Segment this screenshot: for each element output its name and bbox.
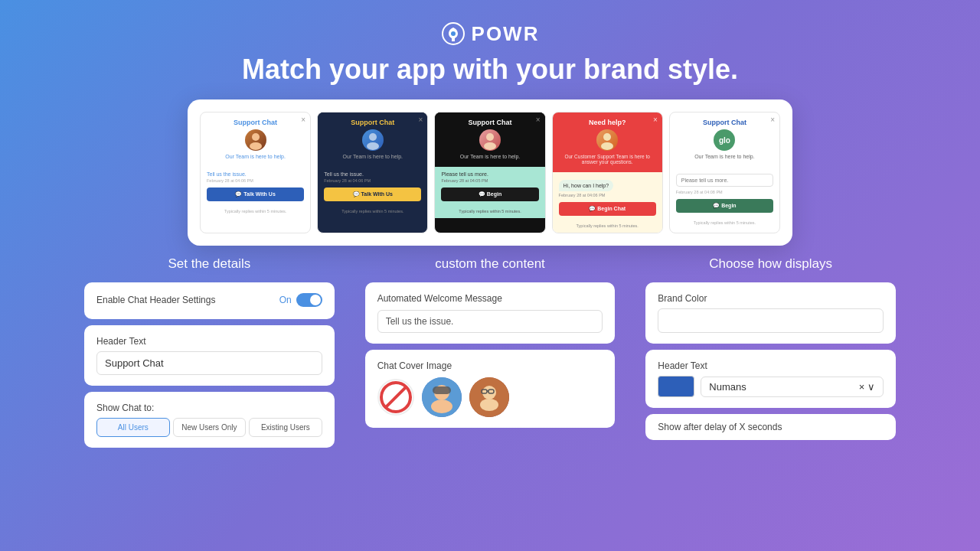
show-chat-label: Show Chat to: <box>96 403 322 413</box>
radio-new-users[interactable]: New Users Only <box>173 418 247 437</box>
delay-panel: Show after delay of X seconds <box>645 414 896 440</box>
card5-button[interactable]: 💬 Begin <box>676 199 773 213</box>
page-header: POWR Match your app with your brand styl… <box>0 0 980 99</box>
card4-header: × Need help? Our Customer Support Team i… <box>553 112 662 172</box>
chat-preview-card-3: × Support Chat Our Team is here to help.… <box>434 112 545 233</box>
show-chat-panel: Show Chat to: All Users New Users Only E… <box>84 392 335 448</box>
enable-header-label: Enable Chat Header Settings <box>96 295 215 305</box>
chat-previews: × Support Chat Our Team is here to help.… <box>188 99 792 246</box>
card4-message: Hi, how can I help? <box>559 180 614 191</box>
card2-close[interactable]: × <box>419 116 423 124</box>
card2-time: February 28 at 04:06 PM <box>324 178 421 183</box>
card3-avatar <box>479 129 501 151</box>
welcome-message-panel: Automated Welcome Message <box>365 282 616 344</box>
card5-avatar: glo <box>714 129 735 151</box>
no-avatar-option[interactable] <box>377 379 414 416</box>
card3-message: Please tell us more. <box>441 171 538 177</box>
card3-title: Support Chat <box>441 119 538 126</box>
card5-close[interactable]: × <box>770 116 775 124</box>
svg-point-8 <box>603 133 611 141</box>
header-text-label: Header Text <box>96 336 322 347</box>
card2-footer: Typically replies within 5 minutes. <box>318 209 427 218</box>
card5-body: February 28 at 04:08 PM 💬 Begin <box>670 167 779 220</box>
chat-preview-card-5: × Support Chat glo Our Team is here to h… <box>669 112 780 233</box>
card5-title: Support Chat <box>676 119 773 126</box>
svg-rect-13 <box>433 386 451 394</box>
brand-color-input[interactable] <box>658 308 884 333</box>
card3-footer: Typically replies within 5 minutes. <box>435 209 544 218</box>
right-header-text-label: Header Text <box>658 360 884 371</box>
svg-point-5 <box>367 142 379 150</box>
card3-time: February 28 at 04:05 PM <box>441 178 538 183</box>
powr-logo-icon <box>441 21 466 46</box>
card5-subtitle: Our Team is here to help. <box>676 154 773 159</box>
card2-button[interactable]: 💬 Talk With Us <box>324 187 421 201</box>
card3-subtitle: Our Team is here to help. <box>441 154 538 159</box>
card1-button[interactable]: 💬 Talk With Us <box>207 187 304 201</box>
card4-button[interactable]: 💬 Begin Chat <box>559 202 656 216</box>
card4-close[interactable]: × <box>653 116 658 124</box>
radio-all-users[interactable]: All Users <box>96 418 170 437</box>
svg-point-12 <box>431 399 452 413</box>
card1-subtitle: Our Team is here to help. <box>207 154 304 159</box>
card4-time: February 28 at 04:06 PM <box>559 193 656 197</box>
card5-header: × Support Chat glo Our Team is here to h… <box>670 112 779 167</box>
header-text-input[interactable] <box>96 351 322 375</box>
enable-header-toggle[interactable] <box>296 293 322 307</box>
chat-preview-card-2: × Support Chat Our Team is here to help.… <box>317 112 428 233</box>
svg-point-4 <box>369 133 377 141</box>
previews-section: × Support Chat Our Team is here to help.… <box>0 99 980 246</box>
delay-label: Show after delay of X seconds <box>658 422 782 432</box>
card5-input[interactable] <box>676 174 773 187</box>
card4-footer: Typically replies within 5 minutes. <box>553 223 662 233</box>
right-column: Choose how displays Brand Color Header T… <box>630 256 911 454</box>
card2-subtitle: Our Team is here to help. <box>324 154 421 159</box>
chat-preview-card-1: × Support Chat Our Team is here to help.… <box>200 112 311 233</box>
brand-color-panel: Brand Color <box>645 282 896 344</box>
middle-col-title: custom the content <box>365 256 616 272</box>
card3-close[interactable]: × <box>536 116 541 124</box>
bottom-section: Set the details Enable Chat Header Setti… <box>69 256 911 454</box>
right-header-text-panel: Header Text Numans × ∨ <box>645 350 896 408</box>
card4-subtitle: Our Customer Support Team is here to ans… <box>559 154 656 165</box>
chat-preview-card-4: × Need help? Our Customer Support Team i… <box>552 112 663 233</box>
card1-message: Tell us the issue. <box>207 171 304 177</box>
card3-button[interactable]: 💬 Begin <box>441 187 538 201</box>
card1-avatar <box>245 129 266 151</box>
avatar-option-2[interactable] <box>469 377 509 417</box>
font-select-dropdown[interactable]: Numans × ∨ <box>701 377 884 397</box>
card5-time: February 28 at 04:08 PM <box>676 190 773 194</box>
svg-point-6 <box>486 133 494 141</box>
font-dropdown-icon: × ∨ <box>859 381 875 393</box>
card2-avatar <box>362 129 384 151</box>
avatar-option-1[interactable] <box>422 377 462 417</box>
card2-header: × Support Chat Our Team is here to help. <box>318 112 427 167</box>
chat-cover-panel: Chat Cover Image <box>365 350 616 428</box>
svg-point-16 <box>480 399 498 411</box>
right-col-title: Choose how displays <box>645 256 896 272</box>
show-chat-radio-group: All Users New Users Only Existing Users <box>96 418 322 437</box>
card1-close[interactable]: × <box>301 116 305 124</box>
card2-body: Tell us the issue. February 28 at 04:06 … <box>318 167 427 209</box>
card2-title: Support Chat <box>324 119 421 126</box>
toggle-row: On <box>279 293 322 307</box>
card5-footer: Typically replies within 5 minutes. <box>670 220 779 230</box>
card4-avatar <box>596 129 618 151</box>
logo-row: POWR <box>0 21 980 46</box>
avatar-options-row <box>377 377 603 417</box>
color-swatch[interactable] <box>658 376 694 397</box>
card1-title: Support Chat <box>207 119 304 126</box>
header-text-panel: Header Text <box>84 325 335 386</box>
logo-text: POWR <box>472 22 540 46</box>
svg-point-7 <box>484 142 496 150</box>
card1-header: × Support Chat Our Team is here to help. <box>201 112 310 167</box>
left-col-title: Set the details <box>84 256 335 272</box>
headline: Match your app with your brand style. <box>0 54 980 86</box>
radio-existing-users[interactable]: Existing Users <box>249 418 322 437</box>
card3-header: × Support Chat Our Team is here to help. <box>435 112 544 167</box>
welcome-message-input[interactable] <box>377 310 603 333</box>
card4-title: Need help? <box>559 119 656 126</box>
svg-point-9 <box>601 142 613 150</box>
welcome-label: Automated Welcome Message <box>377 293 603 304</box>
card4-body: Hi, how can I help? February 28 at 04:06… <box>553 172 662 223</box>
